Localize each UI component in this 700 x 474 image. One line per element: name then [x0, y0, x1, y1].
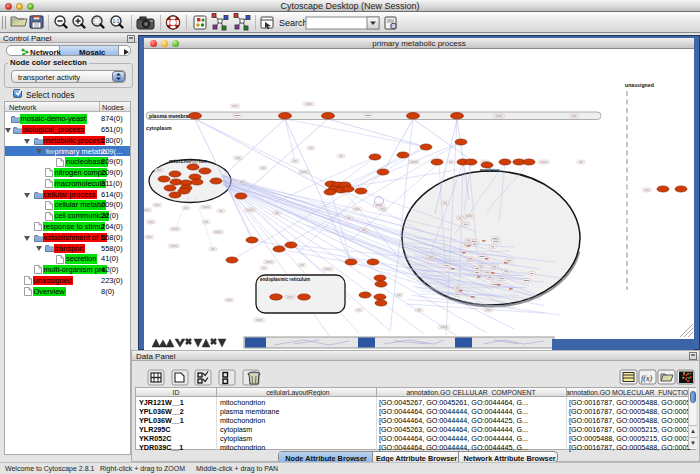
- svg-text:Search:: Search:: [279, 18, 310, 28]
- svg-text:endoplasmic reticulum: endoplasmic reticulum: [260, 277, 310, 282]
- svg-text:f(x): f(x): [641, 374, 652, 383]
- svg-text:1:1: 1:1: [113, 18, 120, 24]
- svg-text:cytoplasm: cytoplasm: [146, 125, 172, 131]
- svg-text:plasma membrane: plasma membrane: [149, 113, 195, 119]
- svg-text:mitochondrion: mitochondrion: [169, 158, 207, 164]
- svg-text:unassigned: unassigned: [625, 82, 654, 88]
